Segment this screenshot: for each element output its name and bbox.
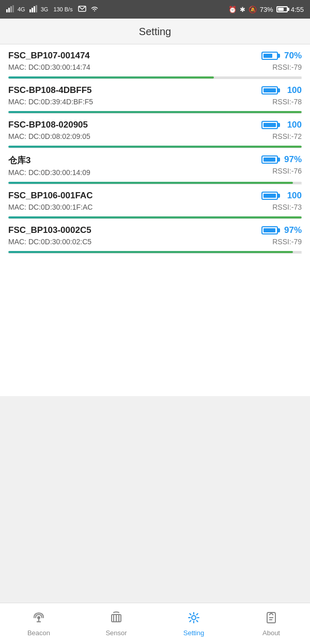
rssi-value: RSSI:-78: [272, 98, 302, 106]
empty-space: [0, 396, 310, 603]
device-right: 100 RSSI:-73: [261, 191, 302, 211]
bluetooth-icon: ✱: [240, 6, 245, 13]
svg-rect-5: [32, 8, 33, 12]
device-list: FSC_BP107-001474 MAC: DC:0D:30:00:14:74 …: [0, 44, 310, 396]
battery-percent: 100: [281, 85, 302, 96]
device-name: FSC_BP107-001474: [8, 51, 261, 61]
device-name: FSC_BP103-0002C5: [8, 225, 261, 235]
device-mac: MAC: DC:0D:39:4D:BF:F5: [8, 98, 261, 106]
nav-item-sensor[interactable]: Sensor: [78, 603, 155, 644]
device-name: FSC-BP108-020905: [8, 120, 261, 130]
battery-widget-icon: [261, 52, 278, 60]
nav-item-beacon[interactable]: Beacon: [0, 603, 78, 644]
device-mac: MAC: DC:0D:30:00:14:74: [8, 63, 261, 71]
battery-percent: 100: [281, 120, 302, 130]
nav-item-setting[interactable]: Setting: [155, 603, 233, 644]
svg-rect-3: [12, 5, 14, 12]
svg-rect-4: [29, 9, 31, 12]
device-item-content: FSC_BP106-001FAC MAC: DC:0D:30:00:1F:AC …: [8, 191, 302, 216]
device-right: 100 RSSI:-78: [261, 85, 302, 106]
battery-percent: 97%: [281, 154, 302, 165]
status-right: ⏰ ✱ 🔕 73% 4:55: [228, 6, 304, 13]
battery-widget-icon: [261, 86, 278, 95]
device-left: FSC_BP106-001FAC MAC: DC:0D:30:00:1F:AC: [8, 191, 261, 211]
battery-row: 100: [261, 85, 302, 96]
battery-status-icon: [276, 6, 288, 12]
battery-row: 97%: [261, 154, 302, 165]
battery-percent: 97%: [281, 225, 302, 235]
battery-widget-icon: [261, 192, 278, 200]
device-mac: MAC: DC:0D:30:00:1F:AC: [8, 203, 261, 211]
battery-row: 100: [261, 120, 302, 130]
speed-indicator: 130 B/s: [53, 6, 72, 12]
setting-nav-icon: [187, 610, 201, 627]
signal-icon2: [29, 5, 39, 14]
device-right: 100 RSSI:-72: [261, 120, 302, 140]
rssi-value: RSSI:-73: [272, 203, 302, 211]
battery-widget-icon: [261, 155, 278, 164]
device-item-content: 仓库3 MAC: DC:0D:30:00:14:09 97% RSSI:-76: [8, 154, 302, 182]
status-left: 4G 3G 130 B/s: [6, 5, 99, 14]
device-item[interactable]: FSC_BP103-0002C5 MAC: DC:0D:30:00:02:C5 …: [0, 219, 310, 254]
setting-nav-label: Setting: [183, 629, 204, 637]
device-left: FSC_BP103-0002C5 MAC: DC:0D:30:00:02:C5: [8, 225, 261, 246]
page-title: Setting: [0, 19, 310, 44]
rssi-value: RSSI:-79: [272, 63, 302, 71]
svg-rect-6: [34, 6, 35, 12]
device-item-content: FSC-BP108-020905 MAC: DC:0D:08:02:09:05 …: [8, 120, 302, 146]
device-mac: MAC: DC:0D:08:02:09:05: [8, 132, 261, 140]
device-item[interactable]: 仓库3 MAC: DC:0D:30:00:14:09 97% RSSI:-76: [0, 148, 310, 184]
device-right: 97% RSSI:-76: [261, 154, 302, 175]
divider: [8, 253, 302, 254]
alarm-icon: ⏰: [228, 6, 237, 13]
status-bar: 4G 3G 130 B/s ⏰ ✱ 🔕: [0, 0, 310, 19]
signal-icon: [6, 5, 16, 14]
beacon-nav-icon: [32, 610, 46, 627]
bottom-nav: Beacon Sensor Setting About: [0, 603, 310, 644]
device-right: 97% RSSI:-79: [261, 225, 302, 246]
about-nav-label: About: [262, 629, 280, 637]
battery-percent: 100: [281, 191, 302, 201]
svg-point-16: [192, 616, 196, 620]
rssi-value: RSSI:-72: [272, 132, 302, 140]
battery-row: 97%: [261, 225, 302, 235]
message-icon: [78, 6, 86, 13]
device-name: FSC-BP108-4DBFF5: [8, 85, 261, 96]
svg-rect-2: [10, 6, 12, 12]
time-display: 4:55: [291, 6, 304, 13]
device-mac: MAC: DC:0D:30:00:14:09: [8, 168, 261, 177]
device-item-content: FSC_BP107-001474 MAC: DC:0D:30:00:14:74 …: [8, 51, 302, 76]
battery-row: 70%: [261, 51, 302, 61]
svg-rect-0: [6, 9, 8, 12]
device-item-content: FSC_BP103-0002C5 MAC: DC:0D:30:00:02:C5 …: [8, 225, 302, 251]
device-left: 仓库3 MAC: DC:0D:30:00:14:09: [8, 154, 261, 177]
nav-item-about[interactable]: About: [233, 603, 310, 644]
svg-rect-1: [8, 8, 10, 12]
sensor-nav-icon: [109, 610, 123, 627]
battery-percentage: 73%: [260, 6, 273, 13]
device-item[interactable]: FSC-BP108-4DBFF5 MAC: DC:0D:39:4D:BF:F5 …: [0, 79, 310, 114]
network-type2: 3G: [41, 6, 49, 12]
device-item[interactable]: FSC_BP107-001474 MAC: DC:0D:30:00:14:74 …: [0, 44, 310, 79]
device-name: FSC_BP106-001FAC: [8, 191, 261, 201]
sensor-nav-label: Sensor: [105, 629, 127, 637]
device-left: FSC-BP108-020905 MAC: DC:0D:08:02:09:05: [8, 120, 261, 140]
device-mac: MAC: DC:0D:30:00:02:C5: [8, 238, 261, 246]
svg-rect-7: [36, 5, 37, 12]
device-name: 仓库3: [8, 154, 261, 166]
wifi-icon: [90, 6, 99, 13]
about-nav-icon: [264, 610, 278, 627]
rssi-value: RSSI:-76: [272, 167, 302, 175]
device-item-content: FSC-BP108-4DBFF5 MAC: DC:0D:39:4D:BF:F5 …: [8, 85, 302, 111]
rssi-value: RSSI:-79: [272, 238, 302, 246]
network-type: 4G: [18, 6, 25, 12]
device-left: FSC-BP108-4DBFF5 MAC: DC:0D:39:4D:BF:F5: [8, 85, 261, 106]
battery-row: 100: [261, 191, 302, 201]
battery-widget-icon: [261, 226, 278, 234]
beacon-nav-label: Beacon: [27, 629, 50, 637]
device-left: FSC_BP107-001474 MAC: DC:0D:30:00:14:74: [8, 51, 261, 71]
mute-icon: 🔕: [249, 6, 257, 13]
device-item[interactable]: FSC-BP108-020905 MAC: DC:0D:08:02:09:05 …: [0, 114, 310, 148]
device-item[interactable]: FSC_BP106-001FAC MAC: DC:0D:30:00:1F:AC …: [0, 184, 310, 219]
battery-widget-icon: [261, 121, 278, 129]
